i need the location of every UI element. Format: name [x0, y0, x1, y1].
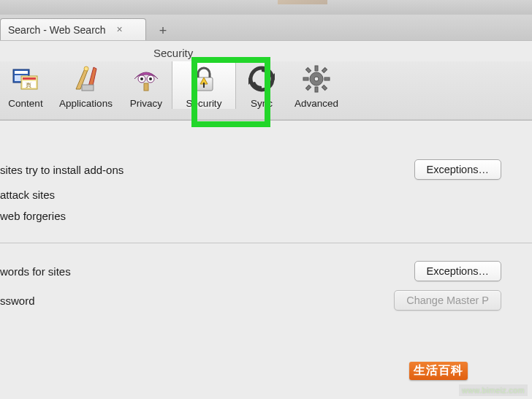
row-remember-passwords: words for sites Exceptions… — [0, 256, 532, 286]
close-tab-icon[interactable]: × — [115, 25, 125, 35]
svg-rect-31 — [322, 85, 327, 90]
svg-rect-9 — [82, 85, 94, 91]
toolbar-item-applications[interactable]: Applications — [51, 61, 121, 109]
svg-rect-26 — [303, 77, 308, 80]
row-master-password: ssword Change Master P — [0, 286, 532, 315]
svg-rect-30 — [305, 85, 311, 90]
label-addons-warning: sites try to install add-ons — [0, 164, 123, 176]
svg-point-23 — [314, 77, 319, 81]
row-addons-warning: sites try to install add-ons Exceptions… — [0, 155, 532, 184]
exceptions-button-passwords[interactable]: Exceptions… — [414, 261, 501, 281]
label-attack-sites: attack sites — [0, 189, 55, 201]
decorative-strip — [278, 0, 327, 4]
toolbar-label: Advanced — [287, 98, 346, 109]
svg-point-10 — [84, 66, 88, 71]
toolbar-item-privacy[interactable]: Privacy — [121, 61, 172, 109]
plus-icon: + — [159, 23, 167, 39]
svg-text:頁: 頁 — [26, 82, 31, 88]
preferences-window: Security 頁 Content — [0, 40, 532, 399]
label-master-password: ssword — [0, 294, 35, 307]
change-master-password-button[interactable]: Change Master P — [394, 290, 501, 311]
toolbar-item-security[interactable]: Security — [172, 61, 236, 109]
toolbar-item-advanced[interactable]: Advanced — [287, 61, 346, 109]
svg-rect-24 — [315, 66, 318, 71]
toolbar-label: Security — [172, 98, 235, 109]
row-attack-sites: attack sites — [0, 184, 532, 205]
applications-icon — [72, 64, 101, 94]
watermark-badge-text: 生活百科 — [414, 364, 463, 376]
svg-point-13 — [140, 77, 143, 80]
toolbar-label: Privacy — [121, 98, 172, 109]
svg-rect-4 — [23, 77, 36, 80]
svg-rect-28 — [305, 67, 311, 72]
svg-rect-27 — [324, 77, 330, 80]
row-web-forgeries: web forgeries — [0, 205, 532, 227]
window-chrome-top — [0, 0, 532, 15]
toolbar-item-sync[interactable]: Sync — [236, 61, 287, 109]
sync-icon — [247, 64, 276, 94]
svg-rect-18 — [203, 83, 205, 88]
svg-rect-1 — [15, 71, 28, 74]
toolbar-label: Sync — [236, 98, 287, 109]
gear-icon — [302, 64, 331, 94]
toolbar-item-content[interactable]: 頁 Content — [0, 61, 51, 109]
svg-point-14 — [149, 77, 152, 80]
svg-rect-25 — [315, 87, 318, 92]
svg-rect-29 — [322, 67, 327, 72]
toolbar-label: Content — [0, 98, 51, 109]
watermark-url: www.bimeiz.com — [459, 384, 528, 396]
content-icon: 頁 — [11, 64, 40, 94]
label-remember-passwords: words for sites — [0, 265, 71, 278]
browser-tab-title: Search - Web Search — [8, 24, 106, 36]
label-web-forgeries: web forgeries — [0, 210, 66, 222]
browser-tab-strip: Search - Web Search × + — [0, 15, 532, 41]
preferences-body: sites try to install add-ons Exceptions…… — [0, 120, 532, 399]
exceptions-button-addons[interactable]: Exceptions… — [414, 159, 501, 180]
privacy-icon — [132, 64, 161, 94]
new-tab-button[interactable]: + — [152, 21, 174, 40]
toolbar-label: Applications — [51, 98, 121, 109]
preferences-toolbar: 頁 Content Applications — [0, 61, 532, 121]
browser-tab-active[interactable]: Search - Web Search × — [0, 18, 146, 40]
section-divider — [0, 243, 532, 243]
preferences-title: Security — [0, 47, 532, 59]
lock-icon — [189, 64, 218, 94]
watermark-badge: 生活百科 — [409, 362, 468, 380]
svg-rect-15 — [144, 83, 148, 91]
